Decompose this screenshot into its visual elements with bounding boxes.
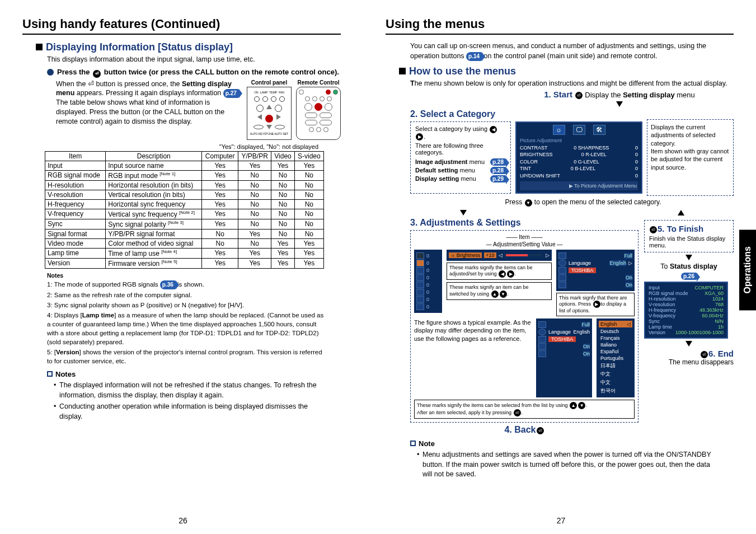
step-6-text: The menu disappears: [644, 358, 734, 366]
table-header: Video: [271, 151, 294, 161]
down-arrow-icon: ▼: [525, 199, 532, 207]
table-row: Lamp timeTime of lamp use [Note 4]YesYes…: [45, 248, 324, 258]
adj-sim-options-bottom: Full LanguageEnglish TOSHIBA On On: [536, 318, 592, 397]
table-header: Description: [106, 151, 202, 161]
enter-button-icon: ⏎: [93, 70, 101, 78]
right-note-heading: Note: [410, 439, 734, 448]
page-number-right: 27: [386, 516, 736, 525]
note-item: 4: Displays [Lamp time] as a measure of …: [47, 311, 324, 346]
bullet-notes: The displayed information will not be re…: [54, 381, 324, 421]
note-item: 2: Same as the refresh rate of the compu…: [47, 291, 324, 299]
numbered-notes: 1: The mode of supported RGB signals p.3…: [47, 280, 324, 366]
step-5-box: ⏎5. To Finish Finish via the Status disp…: [644, 220, 734, 253]
arrow-down-icon: [460, 210, 467, 216]
table-header: Item: [45, 151, 106, 161]
table-row: V-frequencyVertical sync frequency [Note…: [45, 209, 324, 219]
remote-diagram-wrap: Remote Control: [296, 79, 341, 140]
blue-dot-icon: [47, 69, 54, 76]
table-header: Y/PB/PR: [238, 151, 271, 161]
remote-control-diagram: [296, 87, 341, 140]
note-options-list: This mark signfy that there are options.…: [556, 293, 635, 317]
square-bullet-icon: [36, 44, 43, 50]
hollow-square-icon: [47, 371, 53, 377]
control-panel-diagram-wrap: Control panel ONLAMPTEMPFAN AUTO KEYSTON…: [247, 79, 292, 140]
arrow-up-icon: [678, 210, 684, 216]
step-3-desc: The figure shows a typical example. As t…: [414, 318, 532, 397]
enter-button-icon: ⏎: [537, 427, 544, 434]
right-arrow-icon: ▶: [416, 133, 423, 140]
left-arrow-icon: ◀: [490, 126, 497, 133]
status-display-sim: InputCOMPUTERRGB signal modeXGA_60H-reso…: [644, 282, 728, 339]
enter-button-icon: ⏎: [575, 92, 583, 99]
intro-text: This displays information about the inpu…: [47, 55, 341, 63]
right-note-list: Menu adjustments and settings are saved …: [417, 450, 717, 480]
table-legend: "Yes": displayed, "No": not displayed: [22, 143, 318, 150]
language-options-list: English◁DeutschFrançaisItalianoEspañolPo…: [597, 318, 635, 397]
up-arrow-icon: ▲: [491, 291, 499, 298]
arrow-down-icon: [685, 341, 692, 346]
arrow-down-icon: [685, 255, 692, 260]
step-instruction: Press the ⏎ button twice (or press the C…: [47, 68, 341, 77]
steps-5-6-column: ⏎5. To Finish Finish via the Status disp…: [644, 218, 734, 367]
page-ref-36: p.36: [160, 280, 176, 289]
right-page: Using the menus You can call up on-scree…: [383, 17, 734, 528]
control-panel-diagram: ONLAMPTEMPFAN AUTO KEYSTONE AUTO SET: [247, 87, 292, 140]
left-page: Using handy features (Continued) Display…: [22, 17, 344, 528]
status-info-table: ItemDescriptionComputerY/PB/PRVideoS-vid…: [45, 151, 324, 269]
middle-hint: Press ▼ to open the menu of the selected…: [433, 198, 734, 206]
enter-button-icon: ⏎: [701, 351, 708, 358]
table-row: RGB signal modeRGB input mode [Note 1]Ye…: [45, 170, 324, 180]
left-arrow-icon: ◀: [499, 270, 506, 278]
table-row: V-resolutionVertical resolution (in bits…: [45, 190, 324, 199]
page-ref-28: p.28: [490, 167, 506, 174]
body-with-diagrams: When the ⏎ button is pressed once, the S…: [56, 79, 341, 140]
step-2-row: Select a category by using ◀▶. There are…: [410, 119, 734, 196]
up-arrow-icon: ▲: [570, 402, 577, 409]
down-arrow-icon: ▼: [578, 402, 585, 409]
step-2-title: 2. Select a Category: [410, 109, 734, 119]
step-6: ⏎6. End: [644, 349, 734, 358]
table-row: VersionFirmware version [Note 5]YesYesYe…: [45, 258, 324, 268]
monitor-icon: 🖵: [573, 125, 585, 135]
remote-caption: Remote Control: [296, 79, 341, 86]
note-item: 1: The mode of supported RGB signals p.3…: [47, 280, 324, 289]
menu-sim-picture-adjustment: ☼ 🖵 🛠 Picture Adjustment CONTRAST0 SHARP…: [515, 121, 642, 194]
page-ref-26: p.26: [681, 273, 697, 280]
adj-sim-options-top: Full LanguageEnglish▷ TOSHIBA On On: [556, 250, 635, 291]
right-h2: How to use the menus: [399, 65, 734, 77]
page-number-left: 26: [22, 516, 344, 525]
arrow-down-icon: [616, 101, 623, 107]
adj-sim-left: 0 0 0 0 0 0 0 0: [414, 250, 442, 313]
adj-sim-brightness: ☼ Brightness +10 ◁▷: [447, 250, 552, 261]
sun-icon: ☼: [553, 125, 565, 135]
left-title: Using handy features (Continued): [22, 17, 341, 35]
right-title: Using the menus: [386, 17, 734, 35]
notes-heading: Notes: [47, 272, 341, 279]
step-1: 1. Start ⏎ Display the Setting display m…: [505, 90, 734, 107]
table-header: S-video: [294, 151, 323, 161]
table-row: Video modeColor method of video signalNo…: [45, 238, 324, 248]
left-h2: Displaying Information [Status display]: [36, 41, 341, 53]
page-ref-14: p.14: [466, 52, 482, 61]
note-switch-ud: These marks signify an item can be switc…: [447, 282, 552, 300]
enter-button-icon: ⏎: [88, 80, 94, 88]
note-item: 3: Sync signal polarity shown as P (posi…: [47, 301, 324, 310]
table-row: InputInput source nameYesYesYesYes: [45, 161, 324, 170]
square-bullet-icon: [399, 68, 406, 74]
h2-desc: The menu shown below is only for operati…: [410, 79, 734, 87]
note-item: 5: [Version] shows the version of the pr…: [47, 348, 324, 366]
table-row: Signal formatY/PB/PR signal formatNoYesN…: [45, 229, 324, 238]
step-2-right-info: Displays the current adjustments of sele…: [647, 119, 734, 196]
body-paragraph: When the ⏎ button is pressed once, the S…: [56, 79, 242, 127]
note-item: Conducting another operation while infor…: [54, 402, 324, 421]
table-row: H-frequencyHorizontal sync frequencyYesN…: [45, 199, 324, 209]
control-panel-caption: Control panel: [247, 79, 292, 86]
table-row: SyncSync signal polarity [Note 3]YesNoNo…: [45, 219, 324, 229]
right-arrow-icon: ▶: [507, 270, 514, 278]
page-ref-29: p.29: [490, 175, 506, 182]
page-ref-27: p.27: [223, 89, 239, 98]
notes2-heading: Notes: [47, 370, 341, 378]
note-select-apply: These marks signify the items can be sel…: [414, 400, 635, 419]
enter-button-icon: ⏎: [650, 226, 657, 233]
hollow-square-icon: [410, 441, 416, 446]
